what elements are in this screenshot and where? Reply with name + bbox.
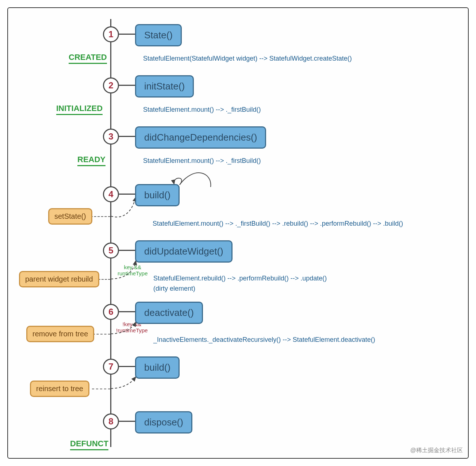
method-build-7: build() [135,356,180,379]
connector [119,34,135,35]
desc-6: _InactiveElements._deactivateRecursively… [153,336,375,344]
action-reinsert-tree: reinsert to tree [30,381,89,397]
phase-initialized: INITIALIZED [56,104,103,115]
step-circle-6: 6 [103,304,119,320]
method-dispose: dispose() [135,411,192,433]
method-didupdatewidget: didUpdateWidget() [135,240,233,263]
phase-ready: READY [77,155,105,166]
connector [119,250,135,251]
connector [119,421,135,422]
phase-created: CREATED [69,53,107,64]
method-initstate: initState() [135,75,194,98]
diagram-frame: 1 State() CREATED StatefulElement(Statef… [7,7,469,459]
method-deactivate: deactivate() [135,302,203,324]
method-state: State() [135,24,182,46]
step-circle-3: 3 [103,129,119,145]
desc-3: StatefulElement.mount() --> ._firstBuild… [143,157,261,165]
dashed-connector [91,216,110,217]
action-setstate: setState() [48,208,92,225]
desc-5b: (dirty element) [153,285,195,293]
connector [119,136,135,137]
desc-2: StatefulElement.mount() --> ._firstBuild… [143,106,261,114]
step-circle-8: 8 [103,413,119,429]
step-circle-7: 7 [103,359,119,375]
step-circle-5: 5 [103,242,119,259]
connector [119,366,135,367]
connector [119,194,135,195]
desc-1: StatefulElement(StatefulWidget widget) -… [143,55,352,62]
phase-defunct: DEFUNCT [70,439,108,450]
dashed-connector [93,334,110,335]
method-didchangedeps: didChangeDependencies() [135,126,266,149]
annotation-key-runtime: key &&runtimeType [118,264,148,276]
action-remove-tree: remove from tree [26,326,94,342]
dashed-connector [92,389,110,389]
connector [119,311,135,312]
watermark: @稀土掘金技术社区 [410,447,463,454]
desc-5: StatefulElement.rebuild() --> .performRe… [153,275,327,282]
step-circle-2: 2 [103,77,119,93]
step-circle-4: 4 [103,186,119,202]
connector [119,85,135,86]
desc-4: StatefulElement.mount() --> ._firstBuild… [153,220,403,228]
action-parent-rebuild: parent widget rebuild [19,271,99,287]
method-build: build() [135,184,180,206]
step-circle-1: 1 [103,26,119,42]
